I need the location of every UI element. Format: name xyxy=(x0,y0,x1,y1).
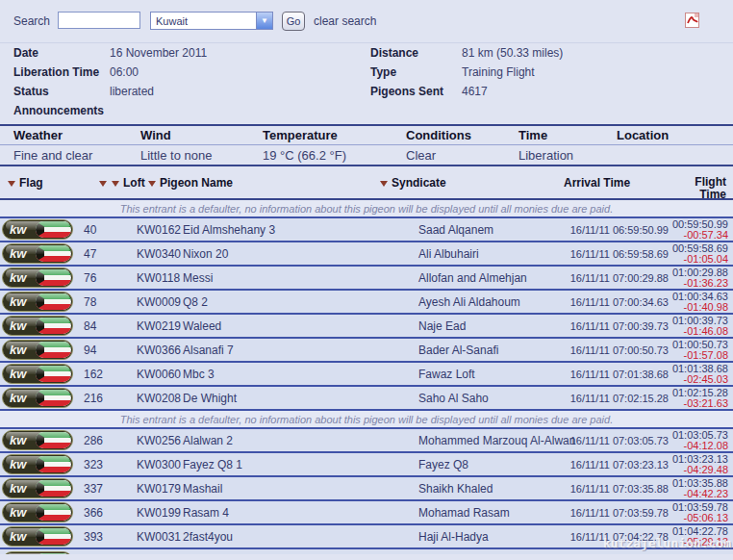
flight-time-diff: -01:05.04 xyxy=(669,254,728,265)
flight-time-diff: -04:29.48 xyxy=(669,465,728,475)
flag-column-header[interactable]: Flag xyxy=(8,176,43,190)
flight-time-diff: -04:42.23 xyxy=(669,489,728,499)
row-loft-code: KW0060 xyxy=(137,368,183,381)
row-number: 366 xyxy=(79,506,137,520)
row-arrival-time: 16/11/11 07:00:34.63 xyxy=(558,296,669,308)
row-arrival-time: 16/11/11 07:04:22.78 xyxy=(558,531,669,543)
row-pigeon-name: Q8 2 xyxy=(183,295,418,309)
distance-label: Distance xyxy=(370,46,462,60)
row-loft-code: KW0300 xyxy=(137,458,183,471)
row-number: 94 xyxy=(79,344,137,357)
row-loft-code: KW0179 xyxy=(137,482,183,496)
pdf-export-icon[interactable] xyxy=(684,12,701,29)
arrival-time-column-header: Arrival Time xyxy=(564,176,630,190)
row-pigeon-name: Waleed xyxy=(183,319,418,333)
type-label: Type xyxy=(370,65,462,79)
flag-cell: kw xyxy=(0,316,79,336)
position-column-sort[interactable] xyxy=(99,176,111,190)
row-flight-time: 01:02:15.28-03:21.63 xyxy=(669,388,733,409)
type-value: Training Flight xyxy=(462,65,535,79)
row-pigeon-name: Alsanafi 7 xyxy=(183,344,418,357)
chevron-down-icon[interactable]: ▼ xyxy=(256,13,272,29)
kuwait-flag-icon: kw xyxy=(2,267,73,288)
table-row[interactable]: kw216KW0208De WhightSaho Al Saho16/11/11… xyxy=(0,387,733,411)
temperature-value: 19 °C (66.2 °F) xyxy=(263,148,406,163)
row-pigeon-name: Alalwan 2 xyxy=(183,434,418,447)
row-pigeon-name: Messi xyxy=(183,271,418,285)
row-loft-code: KW0256 xyxy=(137,434,183,447)
sort-arrow-icon[interactable] xyxy=(148,181,156,187)
flag-cell: kw xyxy=(0,243,79,264)
table-row[interactable]: kw162KW0060Mbc 3Fawaz Loft16/11/11 07:01… xyxy=(0,363,733,387)
table-row[interactable]: kw94KW0366Alsanafi 7Bader Al-Sanafi16/11… xyxy=(0,339,733,363)
clear-search-link[interactable]: clear search xyxy=(314,14,376,28)
date-value: 16 November 2011 xyxy=(110,46,207,60)
row-arrival-time: 16/11/11 07:03:35.88 xyxy=(558,483,669,495)
flag-cell: kw xyxy=(0,219,79,240)
flight-time-diff: -01:36.23 xyxy=(669,278,728,289)
search-input[interactable] xyxy=(58,12,140,29)
distance-value: 81 km (50.33 miles) xyxy=(462,46,563,60)
row-flight-time: 01:00:39.73-01:46.08 xyxy=(669,316,733,337)
row-syndicate: Allofan and Almehjan xyxy=(418,271,558,285)
flight-time-column-header: FlightTime xyxy=(695,176,726,201)
row-number: 47 xyxy=(79,247,137,261)
flag-cell: kw xyxy=(0,364,79,384)
wind-header: Wind xyxy=(140,128,263,142)
wind-value: Little to none xyxy=(140,148,263,163)
table-row[interactable]: kw40KW0162Eid Almshehany 3Saad Alqanem16… xyxy=(0,218,733,242)
sort-arrow-icon[interactable] xyxy=(8,181,15,187)
sort-arrow-icon[interactable] xyxy=(99,181,107,187)
kuwait-flag-icon: kw xyxy=(2,388,73,408)
sort-arrow-icon[interactable] xyxy=(112,181,119,187)
table-row[interactable]: kw286KW0256Alalwan 2Mohammed Marzouq Al-… xyxy=(0,429,733,453)
pigeons-sent-value: 4617 xyxy=(462,85,488,98)
row-flight-time: 00:59:58.69-01:05.04 xyxy=(669,243,733,265)
date-label: Date xyxy=(13,46,110,60)
row-loft-code: KW0031 xyxy=(137,530,183,544)
syndicate-column-header[interactable]: Syndicate xyxy=(380,176,446,190)
defaulter-notice: This entrant is a defaulter, no informat… xyxy=(0,200,733,218)
flag-cell: kw xyxy=(0,526,79,547)
flight-time-value: 01:04:22.78 xyxy=(669,526,728,537)
weather-header: Weather xyxy=(0,128,140,142)
row-loft-code: KW0162 xyxy=(137,223,183,237)
sort-arrow-icon[interactable] xyxy=(380,181,388,187)
table-row[interactable]: kw337KW0179MashailShaikh Khaled16/11/11 … xyxy=(0,477,733,501)
results-table-body: This entrant is a defaulter, no informat… xyxy=(0,200,733,554)
row-arrival-time: 16/11/11 07:02:15.28 xyxy=(558,393,669,404)
weather-value: Fine and clear xyxy=(0,148,140,163)
loft-column-header[interactable]: Loft xyxy=(112,176,145,190)
flight-time-value: 01:03:35.88 xyxy=(669,478,728,489)
row-flight-time: 01:01:38.68-02:45.03 xyxy=(669,364,733,385)
kuwait-flag-icon: kw xyxy=(2,364,73,384)
table-row[interactable]: kw47KW0340Nixon 20Ali Albuhairi16/11/11 … xyxy=(0,242,733,267)
row-flight-time: 01:03:35.88-04:42.23 xyxy=(669,478,733,499)
kuwait-flag-icon: kw xyxy=(2,551,73,554)
flag-cell: kw xyxy=(0,388,79,408)
conditions-value: Clear xyxy=(406,148,518,163)
table-row[interactable]: kw78KW0009Q8 2Ayesh Ali Aldahoum16/11/11… xyxy=(0,291,733,315)
table-row[interactable]: kw76KW0118MessiAllofan and Almehjan16/11… xyxy=(0,267,733,291)
row-flight-time: 01:03:05.73-04:12.08 xyxy=(669,430,733,451)
kuwait-flag-icon: kw xyxy=(2,292,73,312)
table-row[interactable]: kw323KW0300Fayez Q8 1Fayez Q816/11/11 07… xyxy=(0,453,733,477)
kuwait-flag-icon: kw xyxy=(2,430,73,450)
go-button[interactable]: Go xyxy=(282,12,305,31)
flag-cell: kw xyxy=(0,502,79,522)
table-row[interactable]: kw366KW0199Rasam 4Mohamad Rasam16/11/11 … xyxy=(0,501,733,525)
row-loft-code: KW0366 xyxy=(137,344,183,357)
row-pigeon-name: Mbc 3 xyxy=(183,368,418,381)
flag-cell: kw xyxy=(0,340,79,360)
defaulter-notice: This entrant is a defaulter, no informat… xyxy=(0,411,733,429)
row-number: 84 xyxy=(79,319,137,333)
table-row[interactable]: kw393KW00312fast4youHaji Al-Hadya16/11/1… xyxy=(0,525,733,549)
kuwait-flag-icon: kw xyxy=(2,502,73,522)
status-value: liberated xyxy=(110,85,154,98)
table-row[interactable]: kw84KW0219WaleedNaje Ead16/11/11 07:00:3… xyxy=(0,315,733,339)
row-flight-time: 01:03:23.13-04:29.48 xyxy=(669,454,733,475)
row-flight-time: 01:00:34.63-01:40.98 xyxy=(669,292,733,313)
pigeon-name-column-header[interactable]: Pigeon Name xyxy=(148,176,233,190)
country-select[interactable]: Kuwait ▼ xyxy=(150,12,273,30)
flight-time-diff: -02:45.03 xyxy=(669,374,728,385)
